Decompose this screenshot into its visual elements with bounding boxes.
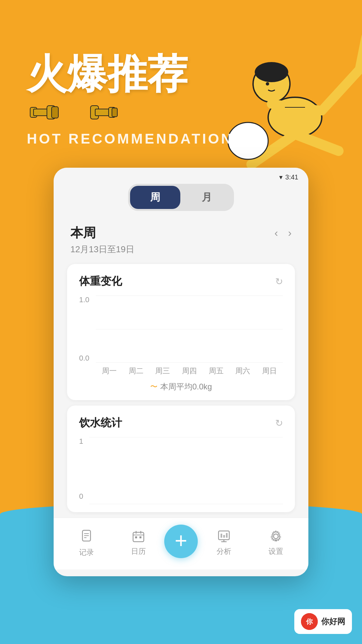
status-bar: ▾ 3:41 (54, 168, 308, 184)
weight-chart-card: 体重变化 ↻ 1.0 0.0 周一 周二 周三 周四 (67, 264, 295, 400)
yoga-illustration (218, 10, 362, 171)
svg-point-2 (255, 62, 288, 82)
watermark-logo: 你 你好网 (294, 609, 352, 634)
grid-line-top (96, 296, 283, 296)
y-axis-labels: 1.0 0.0 (79, 296, 89, 363)
phone-card: ▾ 3:41 周 月 本周 ‹ › 12月13日至19日 体重变化 ↻ (54, 168, 308, 576)
status-icons: ▾ 3:41 (279, 173, 298, 181)
weight-chart: 1.0 0.0 周一 周二 周三 周四 周五 周六 周日 (79, 296, 283, 376)
water-card-title: 饮水统计 (79, 416, 122, 430)
svg-rect-34 (226, 533, 228, 538)
x-label-wed: 周三 (155, 366, 170, 376)
time-display: 3:41 (285, 173, 298, 181)
water-y-label-1: 1 (79, 437, 83, 446)
y-label-min: 0.0 (79, 354, 89, 363)
nav-item-analysis[interactable]: 分析 (198, 530, 250, 556)
nav-item-settings[interactable]: 设置 (250, 530, 302, 556)
add-icon: + (175, 530, 187, 551)
tab-group: 周 月 (128, 184, 234, 211)
svg-line-5 (359, 37, 362, 70)
weight-card-header: 体重变化 ↻ (79, 274, 283, 289)
nav-arrows: ‹ › (275, 227, 292, 239)
prev-week-button[interactable]: ‹ (275, 227, 278, 239)
hero-title: 火爆推荐 (27, 54, 233, 94)
grid-line-mid (96, 329, 283, 329)
nav-center-add-button[interactable]: + (164, 525, 198, 558)
chart-plot-area (96, 296, 283, 363)
x-label-fri: 周五 (209, 366, 224, 376)
x-label-sat: 周六 (235, 366, 250, 376)
svg-point-10 (228, 122, 268, 159)
logo-text: 你好网 (321, 616, 345, 627)
water-refresh-icon[interactable]: ↻ (275, 418, 283, 429)
analysis-icon (217, 530, 231, 544)
average-text: 本周平均0.0kg (160, 381, 212, 392)
nav-item-record[interactable]: 记录 (60, 529, 112, 557)
svg-rect-27 (135, 536, 137, 538)
tab-switcher: 周 月 (54, 184, 308, 218)
grid-line-bottom (96, 362, 283, 363)
week-title-row: 本周 ‹ › (70, 224, 292, 241)
tab-week[interactable]: 周 (130, 186, 180, 209)
water-chart-area (89, 437, 283, 504)
average-icon: 〜 (150, 382, 158, 392)
svg-point-35 (274, 534, 278, 539)
water-chart-card: 饮水统计 ↻ 1 0 (67, 406, 295, 512)
analysis-label: 分析 (217, 546, 231, 556)
record-icon (80, 529, 93, 545)
svg-rect-32 (221, 534, 222, 538)
settings-icon (269, 530, 283, 544)
dumbbell-icon-1 (27, 97, 87, 127)
x-label-tue: 周二 (129, 366, 143, 376)
tab-month[interactable]: 月 (182, 186, 232, 209)
x-axis-labels: 周一 周二 周三 周四 周五 周六 周日 (96, 366, 283, 376)
calendar-icon (132, 530, 145, 544)
week-title: 本周 (70, 224, 96, 241)
svg-rect-14 (52, 107, 58, 118)
wifi-icon: ▾ (279, 173, 283, 181)
x-label-thu: 周四 (182, 366, 197, 376)
water-card-header: 饮水统计 ↻ (79, 416, 283, 430)
dumbbell-icon-2 (87, 97, 134, 127)
svg-line-8 (295, 134, 339, 151)
weight-average: 〜 本周平均0.0kg (79, 381, 283, 392)
week-header: 本周 ‹ › 12月13日至19日 (54, 218, 308, 259)
settings-label: 设置 (268, 546, 283, 556)
svg-rect-33 (223, 535, 225, 538)
water-chart: 1 0 (79, 437, 283, 504)
week-range: 12月13日至19日 (70, 244, 292, 255)
nav-item-calendar[interactable]: 日历 (112, 530, 164, 556)
weight-refresh-icon[interactable]: ↻ (275, 276, 283, 287)
x-label-mon: 周一 (102, 366, 117, 376)
svg-line-4 (322, 70, 359, 111)
next-week-button[interactable]: › (288, 227, 292, 239)
y-label-max: 1.0 (79, 296, 89, 304)
hero-text-area: 火爆推荐 HOT RECOMMENDATION (27, 54, 233, 147)
svg-rect-18 (112, 108, 117, 117)
water-grid-top (89, 437, 283, 437)
water-y-label-2: 0 (79, 492, 83, 501)
hero-subtitle: HOT RECOMMENDATION (27, 131, 233, 147)
bottom-navigation: 记录 日历 + (54, 518, 308, 570)
svg-rect-28 (139, 536, 141, 538)
svg-point-3 (266, 82, 269, 86)
svg-rect-23 (133, 532, 144, 542)
svg-text:你: 你 (306, 618, 313, 625)
weight-card-title: 体重变化 (79, 274, 122, 289)
x-label-sun: 周日 (262, 366, 277, 376)
calendar-label: 日历 (131, 546, 146, 556)
logo-icon: 你 (301, 613, 318, 630)
record-label: 记录 (79, 547, 94, 557)
